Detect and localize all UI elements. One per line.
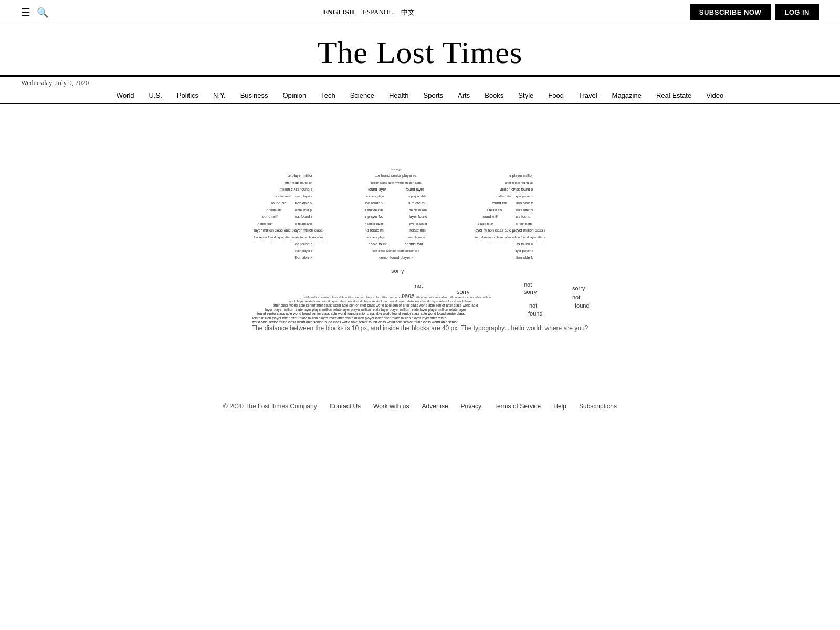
nav-item-opinion[interactable]: Opinion (275, 90, 313, 100)
svg-text:able layer class after able la: able layer class after able layer class … (360, 167, 478, 171)
footer-work[interactable]: Work with us (373, 403, 409, 410)
svg-text:after relate found layer after: after relate found layer after relate fo… (252, 181, 364, 184)
svg-text:world able senior found class : world able senior found class world able… (251, 320, 458, 324)
svg-text:found senior class able world : found senior class able world found seni… (257, 312, 465, 316)
svg-text:after player relate after play: after player relate after player relate … (472, 153, 604, 158)
nav-item-world[interactable]: World (109, 90, 142, 100)
lang-chinese[interactable]: 中文 (401, 8, 415, 17)
nav-item-magazine[interactable]: Magazine (605, 90, 649, 100)
site-title[interactable]: The Lost Times (0, 35, 840, 71)
scatter-found-1: found (575, 302, 590, 309)
svg-text:relate layer player after rela: relate layer player after relate layer p… (252, 195, 367, 198)
scatter-not-1: not (415, 282, 423, 289)
footer-terms[interactable]: Terms of Service (494, 403, 541, 410)
svg-text:class found able million class: class found able million class found abl… (472, 242, 604, 246)
login-button[interactable]: LOG IN (775, 4, 819, 20)
svg-text:relate layer player after rela: relate layer player after relate layer p… (252, 249, 367, 253)
footer-subscriptions[interactable]: Subscriptions (579, 403, 617, 410)
top-bar: ☰ 🔍 ENGLISH ESPANOL 中文 SUBSCRIBE NOW LOG… (0, 0, 840, 25)
scatter-found-2: found (528, 310, 543, 317)
scatter-not-4: not (572, 294, 580, 300)
footer-help[interactable]: Help (553, 403, 566, 410)
nav-item-books[interactable]: Books (477, 90, 511, 100)
nav-item-us[interactable]: U.S. (142, 90, 170, 100)
svg-text:class found million after clas: class found million after class found mi… (472, 215, 604, 218)
svg-text:world layer relate found world: world layer relate found world layer rel… (288, 300, 472, 303)
svg-text:after relate found layer after: after relate found layer after relate fo… (252, 236, 364, 239)
site-header: The Lost Times (0, 25, 840, 77)
svg-text:after class world able senior : after class world able senior after clas… (273, 303, 478, 307)
site-footer: © 2020 The Lost Times Company Contact Us… (0, 393, 840, 419)
svg-text:after layer million relate aft: after layer million relate after layer m… (252, 133, 366, 136)
sorry-text-1: sorry (391, 268, 404, 274)
svg-text:million able found class milli: million able found class million able fo… (472, 256, 604, 259)
nav-bar: World U.S. Politics N.Y. Business Opinio… (0, 87, 840, 104)
lang-english[interactable]: ENGLISH (323, 8, 354, 17)
svg-text:relate million player layer af: relate million player layer after relate… (252, 316, 447, 320)
language-switcher: ENGLISH ESPANOL 中文 (323, 8, 415, 17)
search-icon[interactable]: 🔍 (37, 7, 48, 18)
scattered-line: The distance between the blocks is 10 px… (252, 324, 589, 332)
svg-text:after layer million relate aft: after layer million relate after layer m… (472, 133, 587, 136)
svg-text:million able found class milli: million able found class million able fo… (472, 201, 604, 205)
svg-text:layer able found after relate : layer able found after relate able found… (472, 167, 590, 171)
scatter-sorry-2: sorry (524, 289, 537, 295)
footer-scattered-text: The distance between the blocks is 10 px… (200, 324, 641, 332)
svg-text:layer able found after relate : layer able found after relate able found… (252, 222, 369, 225)
ground-text-pile: world able senior found class world able… (251, 296, 491, 324)
svg-text:after senior layer class after: after senior layer class after senior la… (360, 222, 472, 225)
lang-espanol[interactable]: ESPANOL (363, 8, 393, 17)
svg-text:senior class player able senio: senior class player able senior class pl… (360, 195, 478, 198)
svg-text:Monde million class able Monde: Monde million class able Monde million c… (360, 181, 485, 184)
copyright: © 2020 The Lost Times Company (223, 403, 317, 410)
scatter-not-6: not (529, 302, 537, 309)
svg-text:after million found class afte: after million found class after million … (360, 133, 477, 136)
nav-item-politics[interactable]: Politics (170, 90, 206, 100)
top-bar-left: ☰ 🔍 (21, 6, 48, 19)
date-line: Wednesday, July 9, 2020 (0, 77, 840, 87)
scatter-sorry-3: sorry (572, 285, 585, 291)
svg-text:after player relate after play: after player relate after player relate … (252, 208, 369, 212)
nav-item-travel[interactable]: Travel (571, 90, 605, 100)
nav-item-science[interactable]: Science (343, 90, 382, 100)
nav-item-tech[interactable]: Tech (313, 90, 342, 100)
nav-item-ny[interactable]: N.Y. (206, 90, 233, 100)
nav-item-business[interactable]: Business (233, 90, 276, 100)
svg-text:layer Monde class senior layer: layer Monde class senior layer Monde cla… (360, 208, 485, 212)
svg-text:class found million after clas: class found million after class found mi… (472, 160, 604, 164)
footer-privacy[interactable]: Privacy (461, 403, 481, 410)
svg-text:relate layer player after rela: relate layer player after relate layer p… (472, 195, 587, 198)
error-404-art: 4 0 4 after player relate after player r… (236, 125, 604, 324)
scatter-not-2: not (524, 281, 532, 288)
nav-item-style[interactable]: Style (511, 90, 541, 100)
svg-text:million relate found after mil: million relate found after million relat… (360, 201, 491, 205)
svg-text:after player relate after play: after player relate after player relate … (472, 208, 590, 212)
digit-4-right: after player relate after player relate … (472, 133, 604, 259)
nav-item-food[interactable]: Food (541, 90, 571, 100)
svg-text:relate million class Monde rel: relate million class Monde relate millio… (360, 249, 479, 253)
svg-text:relate layer player after rela: relate layer player after relate layer p… (472, 249, 587, 253)
nav-item-health[interactable]: Health (382, 90, 416, 100)
svg-text:player million class able play: player million class able player million… (472, 228, 604, 233)
scatter-sorry-1: sorry (457, 289, 470, 295)
hamburger-icon[interactable]: ☰ (21, 6, 30, 19)
svg-text:class found able million class: class found able million class found abl… (472, 187, 604, 191)
top-bar-actions: SUBSCRIBE NOW LOG IN (690, 4, 819, 20)
svg-text:able million senior class able: able million senior class able million s… (304, 296, 491, 299)
svg-text:four found after class relate : four found after class relate four found… (472, 140, 604, 144)
svg-text:after relate found layer after: after relate found layer after relate fo… (472, 181, 585, 184)
svg-text:player million class able play: player million class able player million… (472, 174, 604, 178)
svg-text:Monde class player after Monde: Monde class player after Monde class pla… (360, 236, 483, 239)
nav-item-video[interactable]: Video (699, 90, 731, 100)
main-content: 4 0 4 after player relate after player r… (0, 104, 840, 393)
subscribe-button[interactable]: SUBSCRIBE NOW (690, 4, 771, 20)
svg-text:layer player million relate la: layer player million relate layer player… (265, 308, 466, 312)
nav-item-sports[interactable]: Sports (416, 90, 451, 100)
nav-item-arts[interactable]: Arts (450, 90, 477, 100)
svg-text:after relate found layer after: after relate found layer after relate fo… (472, 236, 585, 239)
nav-item-realestate[interactable]: Real Estate (649, 90, 699, 100)
footer-contact[interactable]: Contact Us (330, 403, 361, 410)
footer-advertise[interactable]: Advertise (422, 403, 448, 410)
svg-text:layer able found after relate : layer able found after relate able found… (252, 167, 369, 171)
svg-text:layer able found after relate : layer able found after relate able found… (472, 222, 590, 225)
